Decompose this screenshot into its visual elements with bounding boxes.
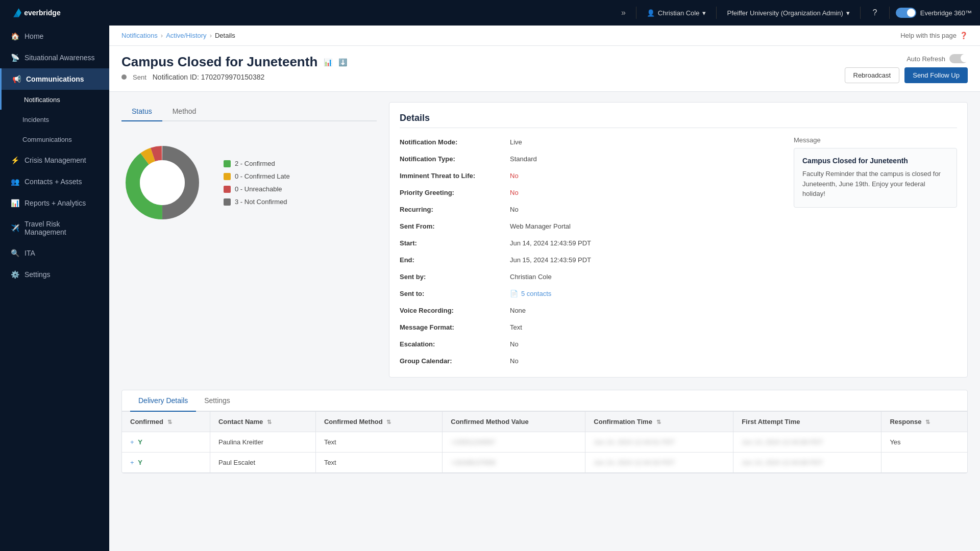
sort-icon-response: ⇅ [925,419,930,425]
sidebar-item-reports-analytics[interactable]: 📊 Reports + Analytics [0,192,109,214]
row2-expand-icon[interactable]: + [130,459,134,466]
message-box-body: Faculty Reminder that the campus is clos… [802,169,948,199]
collapse-button[interactable]: » [617,6,630,19]
settings-icon: ⚙️ [10,270,19,279]
help-page-link[interactable]: Help with this page ❓ [900,32,968,39]
message-box: Campus Closed for Juneteenth Faculty Rem… [794,148,957,208]
label-imminent-threat: Imminent Threat to Life: [400,170,502,182]
crisis-icon: ⚡ [10,156,19,165]
logo: everbridge [8,6,69,20]
row2-confirmed-method: Text [315,453,442,473]
col-response[interactable]: Response ⇅ [881,412,967,432]
tab-status[interactable]: Status [121,102,162,121]
sidebar-item-crisis-label: Crisis Management [24,156,86,164]
breadcrumb-sep-2: › [210,32,212,39]
breadcrumb-bar: Notifications › Active/History › Details… [109,26,980,46]
chart-icon[interactable]: 📊 [324,58,332,66]
value-sent-from: Web Manager Portal [510,220,781,232]
col-confirmation-time-label: Confirmation Time [594,418,652,425]
reports-icon: 📊 [10,198,19,208]
breadcrumb: Notifications › Active/History › Details [121,32,235,39]
sidebar-item-situational-awareness[interactable]: 📡 Situational Awareness [0,47,109,68]
legend-item-confirmed: 2 - Confirmed [224,160,290,167]
sidebar-item-communications[interactable]: 📢 Communications [0,68,109,90]
sidebar-item-settings[interactable]: ⚙️ Settings [0,264,109,285]
help-page-icon: ❓ [960,32,968,39]
sidebar: 🏠 Home 📡 Situational Awareness 📢 Communi… [0,26,109,551]
col-confirmed[interactable]: Confirmed ⇅ [122,412,210,432]
row2-confirmed-value: Y [138,459,142,466]
tab-method[interactable]: Method [162,102,207,121]
sidebar-item-communications-sub[interactable]: Communications [0,130,109,149]
sort-icon-confirmed-method: ⇅ [386,419,391,425]
help-button[interactable]: ? [867,5,883,21]
legend-item-confirmed-late: 0 - Confirmed Late [224,172,290,180]
megaphone-icon: 📢 [12,74,21,84]
sidebar-item-incidents[interactable]: Incidents [0,110,109,130]
col-contact-name[interactable]: Contact Name ⇅ [210,412,315,432]
user-chevron-icon: ▾ [702,9,706,17]
download-icon[interactable]: ⬇️ [338,58,347,66]
donut-chart [121,142,203,223]
label-group-calendar: Group Calendar: [400,355,502,367]
breadcrumb-notifications-link[interactable]: Notifications [121,32,158,39]
row2-method-value-text: +18188137608 [451,459,495,466]
chart-section: 2 - Confirmed 0 - Confirmed Late 0 - Unr… [121,132,377,234]
auto-refresh-row: Auto Refresh [845,54,968,63]
legend-dot-not-confirmed [224,198,231,206]
breadcrumb-details: Details [215,32,235,39]
row1-first-attempt-time: Jun 14, 2024 12:44:08 PDT [733,432,881,453]
delivery-tab-settings[interactable]: Settings [196,390,238,412]
label-notification-mode: Notification Mode: [400,136,502,148]
row2-response [881,453,967,473]
col-left: Status Method [121,102,377,378]
sidebar-item-travel-risk[interactable]: ✈️ Travel Risk Management [0,214,109,242]
user-menu-button[interactable]: 👤 Christian Cole ▾ [643,7,710,19]
col-confirmation-time[interactable]: Confirmation Time ⇅ [585,412,733,432]
org-selector-button[interactable]: Pfeiffer University (Organization Admin)… [723,7,853,19]
label-start: Start: [400,237,502,249]
status-dot [121,74,127,80]
row2-confirmed: + Y [122,453,210,473]
auto-refresh-label: Auto Refresh [906,55,945,63]
toggle-360-container: Everbridge 360™ [896,8,972,18]
row1-confirmed-value: Y [138,438,142,446]
sidebar-item-notifications[interactable]: Notifications [0,90,109,110]
legend-label-unreachable: 0 - Unreachable [235,185,282,193]
sidebar-item-contacts-assets[interactable]: 👥 Contacts + Assets [0,171,109,192]
value-sent-to-link[interactable]: 📄 5 contacts [510,288,781,299]
legend-dot-confirmed [224,160,231,167]
col-response-label: Response [890,418,921,425]
row2-first-attempt-time-value: Jun 14, 2024 12:44:08 PDT [742,459,823,466]
sort-icon-confirmation-time: ⇅ [656,419,661,425]
auto-refresh-toggle[interactable] [949,54,968,63]
contacts-icon: 👥 [10,177,19,186]
row1-confirmed: + Y [122,432,210,453]
col-confirmed-method[interactable]: Confirmed Method ⇅ [315,412,442,432]
send-follow-up-button[interactable]: Send Follow Up [904,67,968,83]
value-escalation: No [510,338,781,350]
breadcrumb-active-history-link[interactable]: Active/History [166,32,206,39]
row2-contact-name: Paul Escalet [210,453,315,473]
row1-confirmation-time: Jun 14, 2024 12:44:01 PDT [585,432,733,453]
row2-confirmation-time: Jun 14, 2024 12:44:33 PDT [585,453,733,473]
sidebar-item-crisis-management[interactable]: ⚡ Crisis Management [0,149,109,171]
label-sent-by: Sent by: [400,271,502,283]
two-col-layout: Status Method [121,102,968,378]
label-voice-recording: Voice Recording: [400,305,502,316]
sidebar-item-home[interactable]: 🏠 Home [0,26,109,47]
col-confirmed-method-label: Confirmed Method [324,418,383,425]
sort-icon-contact-name: ⇅ [267,419,272,425]
value-recurring: No [510,204,781,215]
delivery-tabs: Delivery Details Settings [122,390,967,412]
ita-icon: 🔍 [10,248,19,258]
value-notification-mode: Live [510,136,781,148]
table-header-row: Confirmed ⇅ Contact Name ⇅ Confirmed Met… [122,412,967,432]
value-imminent-threat: No [510,170,781,182]
toggle-360-switch[interactable] [896,8,916,18]
auto-refresh-slider [949,54,968,63]
row1-expand-icon[interactable]: + [130,438,134,446]
sidebar-item-ita[interactable]: 🔍 ITA [0,242,109,264]
delivery-tab-details[interactable]: Delivery Details [130,390,196,412]
rebroadcast-button[interactable]: Rebroadcast [845,67,900,83]
